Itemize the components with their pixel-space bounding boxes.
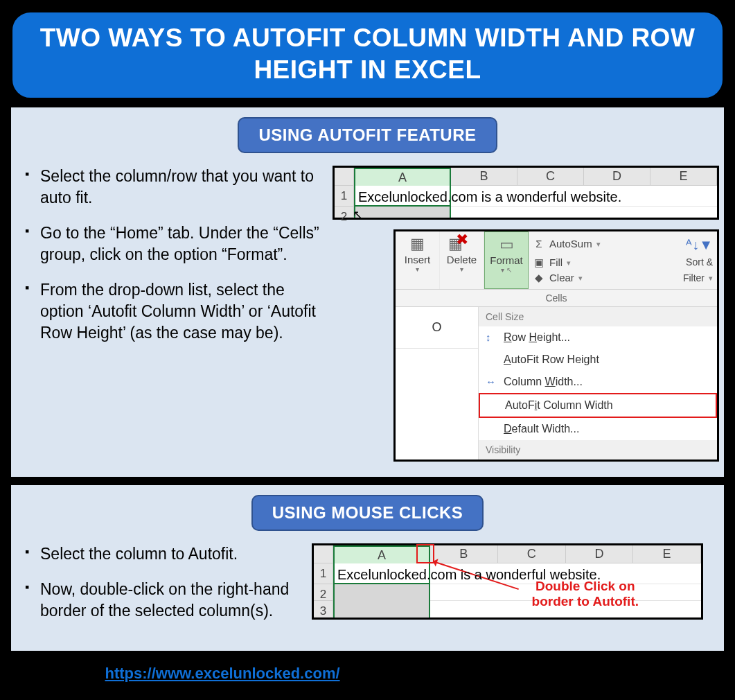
column-header-b: B	[451, 168, 517, 186]
ribbon-insert-button: ▦ Insert ▾	[396, 231, 440, 289]
select-all-corner	[314, 545, 333, 563]
format-cells-icon: ▭	[485, 235, 528, 254]
ribbon-delete-button: ▦✖ Delete ▾	[440, 231, 484, 289]
clear-label: Clear	[549, 270, 574, 286]
fill-icon: ▣	[533, 255, 545, 271]
footer-tagline: Let’s Unlock the Power of Excel for You	[340, 665, 630, 682]
format-dropdown-menu: Cell Size ↕Row Height... AutoFit Row Hei…	[479, 307, 717, 460]
row-header-3: 3	[314, 601, 333, 618]
ribbon-label: Format	[485, 254, 528, 266]
column-header-d: D	[566, 545, 634, 563]
insert-cells-icon: ▦	[396, 234, 439, 254]
clear-icon: ◆	[533, 270, 545, 286]
column-header-d: D	[584, 168, 650, 186]
main-title: TWO WAYS TO AUTOFIT COLUMN WIDTH AND ROW…	[11, 11, 724, 99]
column-header-e: E	[650, 168, 717, 186]
infographic-card: TWO WAYS TO AUTOFIT COLUMN WIDTH AND ROW…	[3, 3, 732, 697]
dropdown-arrow-icon: ▾	[396, 265, 439, 273]
delete-cells-icon: ▦✖	[440, 234, 484, 254]
footer: https://www.excelunlocked.com/ Let’s Unl…	[11, 651, 724, 697]
dropdown-section-header: Cell Size	[479, 307, 717, 326]
column-header-a: A	[354, 168, 451, 186]
menu-autofit-row-height: AutoFit Row Height	[479, 349, 717, 371]
column-width-icon: ↔	[486, 376, 496, 387]
ribbon-editing-group: ΣAutoSum▾ ᴬ↓▼ ▣Fill▾ Sort & ◆Clear▾ Filt…	[529, 231, 717, 289]
menu-column-width: ↔Column Width...	[479, 371, 717, 393]
ribbon-group-label: Cells	[396, 290, 717, 307]
section2-bullets: Select the column to Autofit. Now, doubl…	[24, 543, 301, 636]
menu-default-width: Default Width...	[479, 418, 717, 440]
sortfilter-bot: Filter	[683, 271, 705, 286]
cell-a3-selected	[333, 601, 430, 618]
fill-label: Fill	[549, 255, 563, 271]
dropdown-section-header: Visibility	[479, 440, 717, 460]
ribbon-label: Insert	[396, 254, 439, 265]
row-header-2: 2	[335, 207, 354, 218]
cell-a2-selected	[333, 584, 430, 601]
column-header-b: B	[430, 545, 498, 563]
cell-a1: Excelunlocked.com is a wonderful website…	[333, 563, 430, 584]
bullet-item: Select the column to Autofit.	[24, 543, 301, 565]
column-header-e: E	[633, 545, 701, 563]
column-header-c: C	[498, 545, 566, 563]
callout-line2: border to Autofit.	[532, 594, 639, 609]
cursor-icon: ↖	[353, 205, 363, 225]
menu-autofit-column-width: AutoFit Column Width	[479, 393, 717, 418]
row-height-icon: ↕	[486, 331, 491, 343]
cell-a1-text: Excelunlocked.com is a wonderful website…	[337, 565, 601, 584]
section-autofit-feature: USING AUTOFIT FEATURE Select the column/…	[11, 107, 724, 477]
bullet-item: From the drop-down list, select the opti…	[24, 279, 321, 344]
worksheet-area: O	[396, 307, 479, 460]
select-all-corner	[335, 168, 354, 186]
bullet-item: Select the column/row that you want to a…	[24, 166, 321, 209]
row-header-1: 1	[335, 186, 354, 207]
bullet-item: Go to the “Home” tab. Under the “Cells” …	[24, 222, 321, 265]
column-header-c: C	[517, 168, 584, 186]
excel-ribbon-format-screenshot: ▦ Insert ▾ ▦✖ Delete ▾ ▭ Format ▾ ↖	[393, 229, 719, 462]
bullet-item: Now, double-click on the right-hand bord…	[24, 579, 301, 622]
excel-doubleclick-screenshot: Double Click on border to Autofit. A B C…	[312, 543, 703, 620]
section2-heading: USING MOUSE CLICKS	[251, 495, 484, 531]
autosum-icon: Σ	[533, 236, 545, 252]
row-header-1: 1	[314, 563, 333, 584]
dropdown-arrow-icon: ▾	[440, 265, 484, 273]
row-header-2: 2	[314, 584, 333, 601]
column-header-a: A	[333, 545, 430, 563]
sort-filter-icon: ᴬ↓▼	[686, 234, 713, 255]
cell-a1-text: Excelunlocked.com is a wonderful website…	[358, 187, 621, 207]
cell-a1: ↖ Excelunlocked.com is a wonderful websi…	[354, 186, 451, 207]
section1-bullets: Select the column/row that you want to a…	[24, 166, 321, 462]
section1-heading: USING AUTOFIT FEATURE	[238, 117, 497, 153]
cell-a2-selected	[354, 207, 451, 218]
section-mouse-clicks: USING MOUSE CLICKS Select the column to …	[11, 485, 724, 651]
column-header-o: O	[396, 307, 478, 349]
dropdown-arrow-icon: ▾ ↖	[485, 266, 528, 274]
excel-column-selected-screenshot: A B C D E 1 ↖ Excelunlocked.com is a won…	[333, 166, 719, 220]
menu-row-height: ↕Row Height...	[479, 326, 717, 349]
autosum-label: AutoSum	[549, 236, 592, 252]
ribbon-label: Delete	[440, 254, 484, 265]
sortfilter-top: Sort &	[686, 255, 713, 270]
ribbon-format-button: ▭ Format ▾ ↖	[484, 231, 529, 289]
footer-link[interactable]: https://www.excelunlocked.com/	[105, 665, 340, 682]
